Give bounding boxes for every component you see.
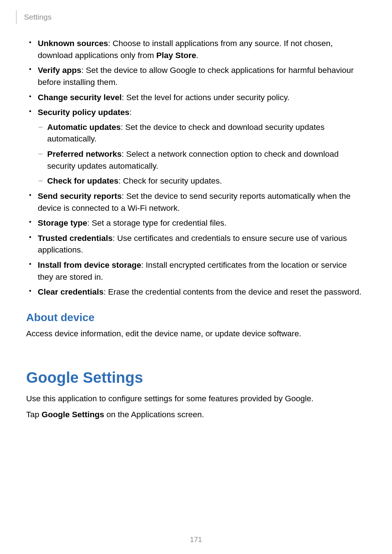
google-settings-body2: Tap Google Settings on the Applications … <box>26 409 363 421</box>
header-divider <box>16 10 17 24</box>
item-desc-bold: Play Store <box>156 51 196 60</box>
page-header: Settings <box>16 10 52 24</box>
list-item: Security policy updates: Automatic updat… <box>38 107 363 187</box>
subitem-title: Automatic updates <box>47 123 121 132</box>
gs-body2-bold: Google Settings <box>42 410 105 419</box>
list-item: Trusted credentials: Use certificates an… <box>38 233 363 256</box>
list-item: Storage type: Set a storage type for cre… <box>38 217 363 229</box>
item-title: Verify apps <box>38 66 81 75</box>
item-desc: : Set the device to allow Google to chec… <box>38 66 354 87</box>
item-title: Send security reports <box>38 192 122 201</box>
google-settings-heading: Google Settings <box>26 369 363 386</box>
list-item: Clear credentials: Erase the credential … <box>38 286 363 298</box>
about-device-heading: About device <box>26 311 363 324</box>
list-item: Change security level: Set the level for… <box>38 92 363 104</box>
about-device-body: Access device information, edit the devi… <box>26 328 363 340</box>
sub-list-item: Automatic updates: Set the device to che… <box>47 122 363 145</box>
list-item: Unknown sources: Choose to install appli… <box>38 38 363 61</box>
sub-list-item: Preferred networks: Select a network con… <box>47 148 363 172</box>
subitem-title: Preferred networks <box>47 149 122 159</box>
list-item: Verify apps: Set the device to allow Goo… <box>38 65 363 88</box>
item-desc: : Erase the credential contents from the… <box>103 287 361 296</box>
gs-body2-pre: Tap <box>26 410 42 419</box>
sub-list: Automatic updates: Set the device to che… <box>38 122 363 187</box>
item-title: Trusted credentials <box>38 234 113 243</box>
item-desc: : Set a storage type for credential file… <box>87 218 226 227</box>
subitem-desc: : Check for security updates. <box>118 176 222 185</box>
page-content: Unknown sources: Choose to install appli… <box>26 38 363 425</box>
item-title: Change security level <box>38 93 122 102</box>
subitem-title: Check for updates <box>47 176 118 185</box>
item-desc: : <box>130 108 132 117</box>
gs-body2-post: on the Applications screen. <box>104 410 204 419</box>
sub-list-item: Check for updates: Check for security up… <box>47 175 363 187</box>
item-title: Clear credentials <box>38 287 103 296</box>
item-title: Unknown sources <box>38 39 108 48</box>
list-item: Send security reports: Set the device to… <box>38 190 363 214</box>
item-desc: : Set the level for actions under securi… <box>122 93 289 102</box>
page-number: 171 <box>0 535 392 544</box>
item-desc-post: . <box>196 51 199 60</box>
item-title: Security policy updates <box>38 108 130 117</box>
item-title: Install from device storage <box>38 260 141 270</box>
section-label: Settings <box>24 13 52 21</box>
item-title: Storage type <box>38 218 87 227</box>
google-settings-body1: Use this application to configure settin… <box>26 393 363 405</box>
list-item: Install from device storage: Install enc… <box>38 259 363 283</box>
security-list: Unknown sources: Choose to install appli… <box>26 38 363 298</box>
